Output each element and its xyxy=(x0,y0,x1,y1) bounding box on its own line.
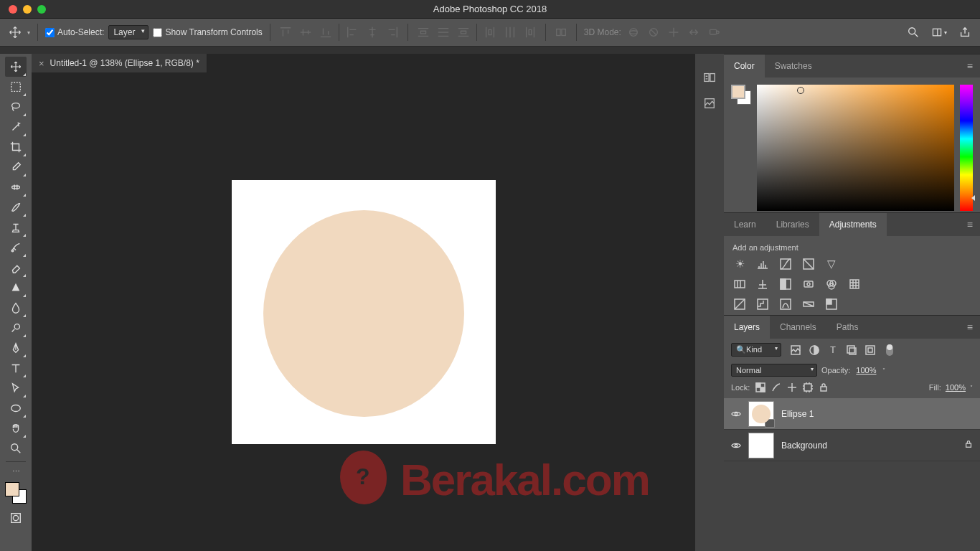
lock-transparency-icon[interactable] xyxy=(755,382,765,392)
move-tool-icon[interactable] xyxy=(7,24,23,40)
auto-select-checkbox[interactable]: Auto-Select: xyxy=(45,27,104,37)
posterize-icon[interactable] xyxy=(755,298,770,311)
filter-adjustment-icon[interactable] xyxy=(809,344,820,356)
healing-brush-tool[interactable] xyxy=(5,177,27,197)
opacity-dropdown-icon[interactable]: ˅ xyxy=(882,367,885,374)
fill-value[interactable]: 100% xyxy=(944,383,967,392)
close-tab-icon[interactable]: × xyxy=(39,58,44,69)
three-d-pan-icon[interactable] xyxy=(666,24,682,40)
tab-color[interactable]: Color xyxy=(724,55,765,77)
tab-swatches[interactable]: Swatches xyxy=(765,55,822,77)
auto-select-mode-select[interactable]: Layer xyxy=(108,25,149,39)
blur-tool[interactable] xyxy=(5,298,27,318)
mini-foreground-swatch[interactable] xyxy=(731,85,745,99)
tab-learn[interactable]: Learn xyxy=(724,213,766,236)
hand-tool[interactable] xyxy=(5,418,27,438)
color-field[interactable] xyxy=(757,85,954,211)
color-balance-icon[interactable] xyxy=(755,278,770,291)
history-panel-icon[interactable] xyxy=(702,71,717,84)
panel-menu-icon[interactable]: ≡ xyxy=(960,219,980,230)
filter-shape-icon[interactable] xyxy=(846,344,857,356)
filter-smart-icon[interactable] xyxy=(864,344,876,356)
ellipse-tool[interactable] xyxy=(5,398,27,418)
align-bottom-icon[interactable] xyxy=(318,24,334,40)
distribute-right-icon[interactable] xyxy=(522,24,538,40)
align-left-icon[interactable] xyxy=(344,24,360,40)
brush-tool[interactable] xyxy=(5,197,27,217)
move-tool[interactable] xyxy=(5,57,27,77)
layer-name[interactable]: Background xyxy=(781,441,827,451)
panel-menu-icon[interactable]: ≡ xyxy=(960,60,980,72)
tab-libraries[interactable]: Libraries xyxy=(766,213,819,236)
opacity-value[interactable]: 100% xyxy=(854,366,877,375)
tool-preset-dropdown-icon[interactable]: ▾ xyxy=(27,29,30,36)
filter-type-icon[interactable]: T xyxy=(827,344,839,356)
photo-filter-icon[interactable] xyxy=(801,278,816,291)
foreground-color-swatch[interactable] xyxy=(5,482,19,496)
layer-item[interactable]: Ellipse 1 xyxy=(724,398,980,430)
minimize-window-icon[interactable] xyxy=(23,5,32,14)
pen-tool[interactable] xyxy=(5,338,27,358)
properties-panel-icon[interactable] xyxy=(702,97,717,110)
invert-icon[interactable] xyxy=(732,298,747,311)
eyedropper-tool[interactable] xyxy=(5,157,27,177)
magic-wand-tool[interactable] xyxy=(5,117,27,137)
color-field-marker[interactable] xyxy=(797,87,804,94)
distribute-hcenter-icon[interactable] xyxy=(502,24,518,40)
exposure-icon[interactable] xyxy=(801,258,816,270)
align-hcenter-icon[interactable] xyxy=(364,24,380,40)
lasso-tool[interactable] xyxy=(5,97,27,117)
visibility-icon[interactable] xyxy=(731,409,741,419)
hue-saturation-icon[interactable] xyxy=(732,278,747,291)
tab-paths[interactable]: Paths xyxy=(826,316,869,339)
color-mini-swatches[interactable] xyxy=(731,85,751,105)
eraser-tool[interactable] xyxy=(5,258,27,278)
layer-thumbnail[interactable] xyxy=(748,433,774,458)
maximize-window-icon[interactable] xyxy=(37,5,46,14)
gradient-map-icon[interactable] xyxy=(801,298,816,311)
three-d-zoom-icon[interactable] xyxy=(706,24,722,40)
filter-pixel-icon[interactable] xyxy=(790,344,801,356)
color-swatches[interactable] xyxy=(5,482,27,504)
layer-name[interactable]: Ellipse 1 xyxy=(781,409,814,419)
auto-align-icon[interactable] xyxy=(553,24,569,40)
panel-handle[interactable] xyxy=(695,47,980,54)
edit-toolbar-icon[interactable]: ⋯ xyxy=(5,465,27,478)
fill-dropdown-icon[interactable]: ˅ xyxy=(970,385,973,391)
levels-icon[interactable] xyxy=(755,258,770,270)
color-lookup-icon[interactable] xyxy=(847,278,862,291)
dodge-tool[interactable] xyxy=(5,318,27,338)
auto-select-check-input[interactable] xyxy=(45,28,55,37)
type-tool[interactable] xyxy=(5,358,27,378)
blend-mode-select[interactable]: Normal xyxy=(731,364,817,377)
three-d-slide-icon[interactable] xyxy=(686,24,702,40)
search-icon[interactable] xyxy=(905,24,921,40)
gradient-tool[interactable] xyxy=(5,278,27,298)
channel-mixer-icon[interactable] xyxy=(824,278,839,291)
brightness-contrast-icon[interactable]: ☀ xyxy=(732,258,747,270)
clone-stamp-tool[interactable] xyxy=(5,217,27,237)
document-tab[interactable]: × Untitled-1 @ 138% (Ellipse 1, RGB/8) * xyxy=(32,54,207,72)
hue-slider[interactable] xyxy=(960,85,973,211)
vibrance-icon[interactable]: ▽ xyxy=(824,258,839,270)
hue-marker-icon[interactable] xyxy=(971,195,975,201)
lock-all-icon[interactable] xyxy=(819,382,829,392)
align-top-icon[interactable] xyxy=(278,24,293,40)
tab-channels[interactable]: Channels xyxy=(770,316,826,339)
visibility-icon[interactable] xyxy=(731,441,741,451)
workspace-switcher-icon[interactable]: ▾ xyxy=(931,24,947,40)
layer-item[interactable]: Background xyxy=(724,430,980,461)
show-transform-checkbox[interactable]: Show Transform Controls xyxy=(153,27,262,37)
layer-filter-select[interactable]: 🔍Kind xyxy=(731,343,781,357)
canvas[interactable] xyxy=(232,180,496,444)
align-vcenter-icon[interactable] xyxy=(298,24,314,40)
distribute-top-icon[interactable] xyxy=(415,24,431,40)
zoom-tool[interactable] xyxy=(5,438,27,458)
selective-color-icon[interactable] xyxy=(824,298,839,311)
path-selection-tool[interactable] xyxy=(5,378,27,398)
lock-artboard-icon[interactable] xyxy=(803,382,813,392)
history-brush-tool[interactable] xyxy=(5,237,27,258)
align-right-icon[interactable] xyxy=(385,24,400,40)
panel-menu-icon[interactable]: ≡ xyxy=(960,321,980,333)
filter-toggle[interactable] xyxy=(886,344,893,356)
